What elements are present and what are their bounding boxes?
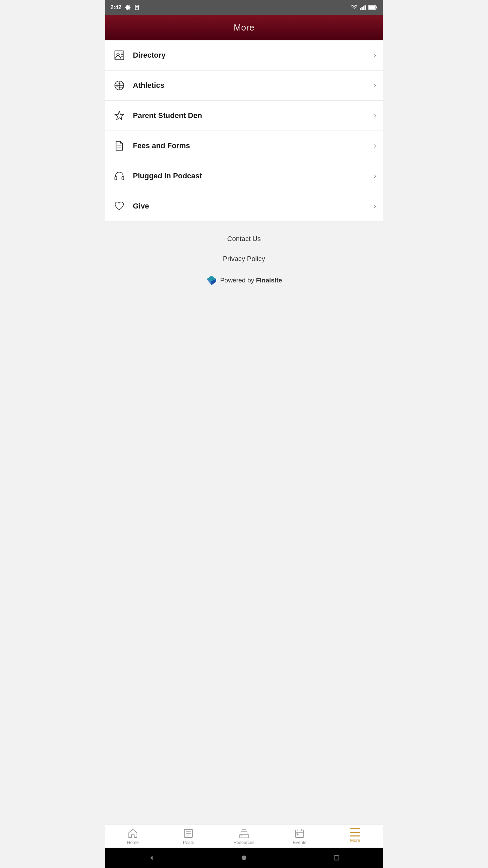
nav-item-more[interactable]: More (343, 828, 367, 845)
back-button[interactable] (147, 854, 156, 862)
powered-by-section: Powered by Finalsite (206, 275, 282, 286)
directory-icon (112, 48, 127, 63)
events-nav-label: Events (293, 840, 306, 845)
menu-item-parent-student-den[interactable]: Parent Student Den › (105, 101, 383, 131)
athletics-label: Athletics (133, 81, 374, 90)
home-button[interactable] (240, 854, 248, 862)
directory-chevron: › (374, 51, 376, 60)
status-bar: 2:42 (105, 0, 383, 15)
give-label: Give (133, 202, 374, 211)
svg-point-38 (242, 855, 246, 860)
nav-item-home[interactable]: Home (121, 828, 145, 845)
menu-item-directory[interactable]: Directory › (105, 40, 383, 71)
home-nav-icon (128, 828, 138, 839)
content-area: Contact Us Privacy Policy Powered by Fin… (105, 221, 383, 825)
contact-us-link[interactable]: Contact Us (227, 235, 261, 243)
svg-rect-4 (363, 6, 364, 10)
events-nav-icon (294, 828, 305, 839)
svg-rect-8 (369, 6, 375, 9)
nav-item-events[interactable]: Events (288, 828, 311, 845)
svg-rect-5 (365, 5, 366, 10)
parent-student-den-chevron: › (374, 111, 376, 120)
athletics-icon (112, 78, 127, 93)
powered-by-text: Powered by Finalsite (220, 277, 282, 284)
signal-icon (360, 5, 366, 10)
give-chevron: › (374, 202, 376, 211)
battery-icon (368, 5, 378, 10)
svg-rect-3 (362, 7, 363, 10)
sim-icon (134, 4, 140, 11)
posts-nav-icon (183, 828, 194, 839)
status-left: 2:42 (110, 4, 140, 11)
nav-item-posts[interactable]: Posts (177, 828, 200, 845)
more-hamburger-icon (350, 828, 360, 836)
svg-rect-30 (240, 834, 248, 838)
bottom-nav: Home Posts Resources Events (105, 825, 383, 848)
status-time: 2:42 (110, 4, 121, 11)
finalsite-logo-icon (206, 275, 217, 286)
fees-and-forms-label: Fees and Forms (133, 141, 374, 150)
android-nav-bar (105, 848, 383, 868)
privacy-policy-link[interactable]: Privacy Policy (223, 255, 265, 263)
wifi-icon (350, 5, 358, 10)
nav-item-resources[interactable]: Resources (232, 828, 256, 845)
home-nav-label: Home (127, 840, 139, 845)
menu-list: Directory › Athletics › Parent Student D… (105, 40, 383, 221)
svg-marker-17 (115, 111, 124, 120)
heart-icon (112, 199, 127, 214)
svg-rect-21 (115, 177, 117, 180)
menu-item-give[interactable]: Give › (105, 191, 383, 221)
svg-rect-1 (136, 6, 138, 7)
settings-icon (125, 4, 131, 11)
directory-label: Directory (133, 51, 374, 60)
page-title: More (233, 22, 254, 33)
plugged-in-podcast-chevron: › (374, 172, 376, 180)
recents-button[interactable] (332, 854, 341, 862)
svg-point-10 (117, 53, 119, 56)
star-icon (112, 108, 127, 123)
athletics-chevron: › (374, 81, 376, 90)
headphones-icon (112, 169, 127, 183)
svg-rect-9 (115, 51, 124, 60)
svg-rect-36 (297, 834, 298, 835)
svg-rect-22 (122, 177, 124, 180)
resources-nav-label: Resources (233, 840, 255, 845)
plugged-in-podcast-label: Plugged In Podcast (133, 172, 374, 180)
menu-item-athletics[interactable]: Athletics › (105, 71, 383, 101)
menu-item-fees-and-forms[interactable]: Fees and Forms › (105, 131, 383, 161)
posts-nav-label: Posts (183, 840, 194, 845)
svg-rect-39 (334, 855, 339, 860)
fees-and-forms-chevron: › (374, 141, 376, 150)
menu-item-plugged-in-podcast[interactable]: Plugged In Podcast › (105, 161, 383, 191)
more-nav-label: More (350, 838, 360, 843)
parent-student-den-label: Parent Student Den (133, 111, 374, 120)
svg-rect-2 (360, 8, 361, 10)
status-right (350, 5, 378, 10)
page-header: More (105, 15, 383, 40)
svg-marker-37 (150, 855, 152, 860)
resources-nav-icon (239, 828, 249, 839)
svg-rect-7 (376, 6, 377, 8)
brand-name: Finalsite (256, 277, 282, 284)
document-icon (112, 138, 127, 153)
